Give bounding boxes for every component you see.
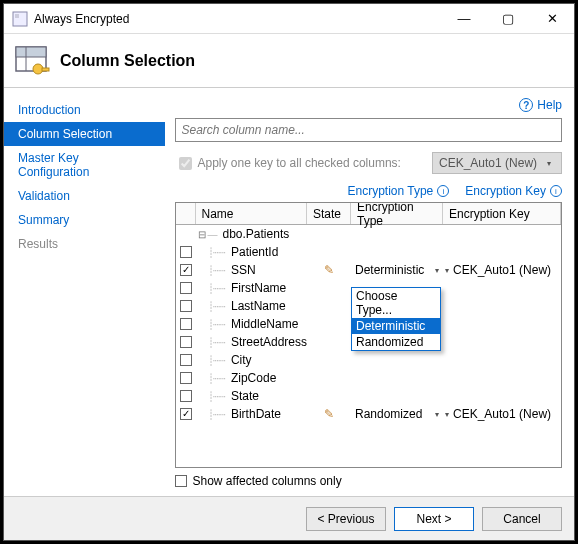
- button-bar: < Previous Next > Cancel: [4, 496, 574, 540]
- encryption-type-cell[interactable]: Randomized▾: [351, 407, 443, 421]
- nav-results: Results: [4, 232, 165, 256]
- column-name: StreetAddress: [231, 335, 307, 349]
- header-key[interactable]: Encryption Key: [443, 203, 561, 224]
- column-name: LastName: [231, 299, 286, 313]
- cek-select-value: CEK_Auto1 (New): [439, 156, 537, 170]
- row-checkbox[interactable]: [180, 336, 192, 348]
- search-input[interactable]: [175, 118, 563, 142]
- svg-rect-3: [16, 47, 46, 57]
- chevron-down-icon: ▾: [547, 159, 551, 168]
- svg-rect-6: [42, 68, 49, 71]
- row-checkbox[interactable]: [180, 264, 192, 276]
- chevron-down-icon: ▾: [435, 266, 439, 275]
- wizard-window: Always Encrypted — ▢ ✕ Column Selection …: [3, 3, 575, 541]
- main-panel: ? Help Apply one key to all checked colu…: [165, 88, 575, 496]
- nav-column-selection[interactable]: Column Selection: [4, 122, 165, 146]
- column-name: BirthDate: [231, 407, 281, 421]
- window-title: Always Encrypted: [34, 12, 442, 26]
- help-icon[interactable]: ?: [519, 98, 533, 112]
- legend-encryption-key[interactable]: Encryption Key i: [465, 184, 562, 198]
- table-row[interactable]: ┊·······FirstNameChoose Type...Determini…: [176, 279, 562, 297]
- encryption-key-cell[interactable]: ▾CEK_Auto1 (New): [443, 263, 561, 277]
- grid-header: Name State Encryption Type Encryption Ke…: [176, 203, 562, 225]
- cek-select[interactable]: CEK_Auto1 (New) ▾: [432, 152, 562, 174]
- show-affected-label: Show affected columns only: [193, 474, 342, 488]
- encryption-type-value: Randomized: [355, 407, 422, 421]
- row-checkbox[interactable]: [180, 282, 192, 294]
- tree-collapse-icon[interactable]: ⊟: [196, 229, 208, 240]
- dropdown-option[interactable]: Choose Type...: [352, 288, 440, 318]
- chevron-down-icon: ▾: [445, 266, 449, 275]
- column-name: PatientId: [231, 245, 278, 259]
- app-icon: [12, 11, 28, 27]
- column-name: State: [231, 389, 259, 403]
- row-checkbox[interactable]: [180, 246, 192, 258]
- nav-introduction[interactable]: Introduction: [4, 98, 165, 122]
- header-state[interactable]: State: [307, 203, 351, 224]
- table-row[interactable]: ┊·······PatientId: [176, 243, 562, 261]
- show-affected-row: Show affected columns only: [175, 474, 563, 488]
- encryption-type-cell[interactable]: Deterministic▾: [351, 263, 443, 277]
- header-type[interactable]: Encryption Type: [351, 203, 443, 224]
- table-row[interactable]: ┊·······ZipCode: [176, 369, 562, 387]
- wizard-sidebar: Introduction Column Selection Master Key…: [4, 88, 165, 496]
- show-affected-checkbox[interactable]: [175, 475, 187, 487]
- tree-root-row[interactable]: ⊟ — dbo.Patients: [176, 225, 562, 243]
- dropdown-option[interactable]: Deterministic: [352, 318, 440, 334]
- column-name: MiddleName: [231, 317, 298, 331]
- columns-grid: Name State Encryption Type Encryption Ke…: [175, 202, 563, 468]
- row-checkbox[interactable]: [180, 390, 192, 402]
- encryption-key-value: CEK_Auto1 (New): [453, 263, 551, 277]
- previous-button[interactable]: < Previous: [306, 507, 386, 531]
- apply-key-checkbox[interactable]: [179, 157, 192, 170]
- help-link[interactable]: Help: [537, 98, 562, 112]
- column-name: FirstName: [231, 281, 286, 295]
- header-check: [176, 203, 196, 224]
- pencil-icon: ✎: [324, 263, 334, 277]
- apply-key-row: Apply one key to all checked columns: CE…: [175, 152, 563, 174]
- chevron-down-icon: ▾: [445, 410, 449, 419]
- nav-master-key-config[interactable]: Master Key Configuration: [4, 146, 165, 184]
- info-icon: i: [550, 185, 562, 197]
- row-checkbox[interactable]: [180, 354, 192, 366]
- encryption-type-value: Deterministic: [355, 263, 424, 277]
- row-checkbox[interactable]: [180, 300, 192, 312]
- table-row[interactable]: ┊·······State: [176, 387, 562, 405]
- page-title: Column Selection: [60, 52, 195, 70]
- svg-rect-1: [15, 14, 19, 18]
- maximize-button[interactable]: ▢: [486, 4, 530, 34]
- grid-body[interactable]: ⊟ — dbo.Patients ┊·······PatientId┊·····…: [176, 225, 562, 467]
- column-name: SSN: [231, 263, 256, 277]
- apply-key-label: Apply one key to all checked columns:: [198, 156, 401, 170]
- chevron-down-icon: ▾: [435, 410, 439, 419]
- encryption-key-value: CEK_Auto1 (New): [453, 407, 551, 421]
- legend-encryption-type[interactable]: Encryption Type i: [347, 184, 449, 198]
- header-icon: [14, 43, 50, 79]
- close-button[interactable]: ✕: [530, 4, 574, 34]
- encryption-type-dropdown[interactable]: Choose Type...DeterministicRandomized: [351, 287, 441, 351]
- row-checkbox[interactable]: [180, 408, 192, 420]
- pencil-icon: ✎: [324, 407, 334, 421]
- column-name: ZipCode: [231, 371, 276, 385]
- row-checkbox[interactable]: [180, 372, 192, 384]
- table-row[interactable]: ┊·······City: [176, 351, 562, 369]
- column-name: City: [231, 353, 252, 367]
- nav-summary[interactable]: Summary: [4, 208, 165, 232]
- tree-root-label: dbo.Patients: [223, 227, 290, 241]
- next-button[interactable]: Next >: [394, 507, 474, 531]
- wizard-header: Column Selection: [4, 34, 574, 88]
- header-name[interactable]: Name: [196, 203, 308, 224]
- titlebar: Always Encrypted — ▢ ✕: [4, 4, 574, 34]
- encryption-key-cell[interactable]: ▾CEK_Auto1 (New): [443, 407, 561, 421]
- row-checkbox[interactable]: [180, 318, 192, 330]
- minimize-button[interactable]: —: [442, 4, 486, 34]
- nav-validation[interactable]: Validation: [4, 184, 165, 208]
- cancel-button[interactable]: Cancel: [482, 507, 562, 531]
- info-icon: i: [437, 185, 449, 197]
- table-row[interactable]: ┊·······BirthDate✎Randomized▾▾CEK_Auto1 …: [176, 405, 562, 423]
- dropdown-option[interactable]: Randomized: [352, 334, 440, 350]
- table-row[interactable]: ┊·······SSN✎Deterministic▾▾CEK_Auto1 (Ne…: [176, 261, 562, 279]
